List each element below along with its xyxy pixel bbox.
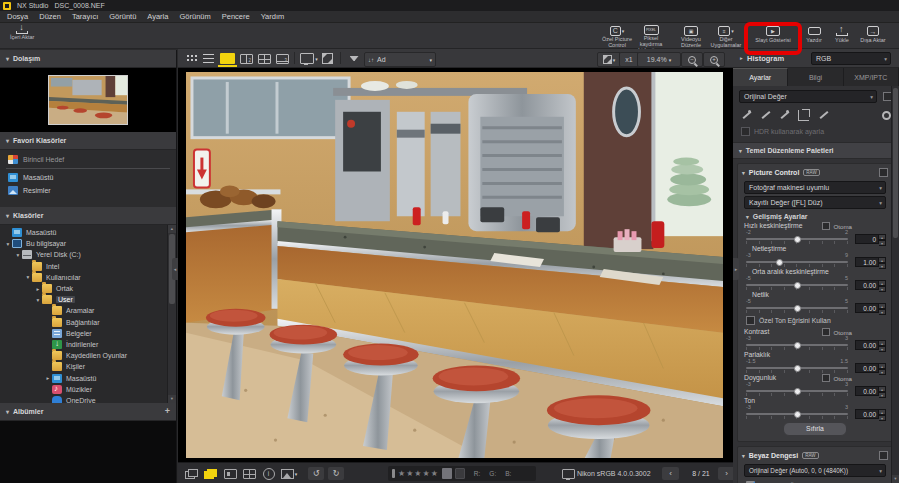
tree-item-searches[interactable]: Aramalar xyxy=(0,305,176,316)
slider-track[interactable] xyxy=(746,365,848,373)
picture-control-checkbox[interactable] xyxy=(879,168,888,177)
favorite-item-desktop[interactable]: Masaüstü xyxy=(0,171,176,184)
tree-item-links[interactable]: Bağlantılar xyxy=(0,317,176,328)
menu-duzen[interactable]: Düzen xyxy=(39,12,61,21)
expander-icon[interactable]: ▾ xyxy=(24,274,32,280)
reset-button[interactable]: Sıfırla xyxy=(783,422,847,436)
hdr-option[interactable]: HDR kullanarak ayarla xyxy=(741,127,891,136)
inspector-collapse-handle[interactable]: ▸ xyxy=(733,258,739,280)
second-display-icon[interactable]: ▾ xyxy=(300,52,318,65)
histogram-expander-icon[interactable]: ▸ xyxy=(739,55,743,61)
zoom-in-button[interactable]: + xyxy=(703,52,725,67)
straighten-icon[interactable] xyxy=(818,110,828,120)
slider-knob[interactable] xyxy=(794,305,801,312)
slider-track[interactable] xyxy=(746,388,848,396)
navigation-thumbnail[interactable] xyxy=(48,75,128,125)
redo-button[interactable]: ↻ xyxy=(328,467,344,480)
albums-section-header[interactable]: ▾Albümler + xyxy=(0,403,176,421)
scroll-down-icon[interactable]: ▾ xyxy=(168,395,176,403)
slider-knob[interactable] xyxy=(794,411,801,418)
zoom-out-button[interactable]: − xyxy=(681,52,703,67)
slider-knob[interactable] xyxy=(776,259,783,266)
tree-item-documents[interactable]: Belgeler xyxy=(0,328,176,339)
hdr-checkbox[interactable] xyxy=(741,127,750,136)
star-rating[interactable]: ★★★★★ xyxy=(398,469,439,479)
menu-gorunum[interactable]: Görünüm xyxy=(179,12,210,21)
favorite-item-pictures[interactable]: Resimler xyxy=(0,184,176,197)
pixel-shift-button[interactable]: PIXEL Piksel kaydırma birleştirme xyxy=(633,24,669,48)
grid-view-icon[interactable] xyxy=(184,52,198,65)
pc-profile-dropdown[interactable]: Fotoğraf makinesi uyumlu xyxy=(744,181,886,194)
favorite-item-primary-target[interactable]: Birincil Hedef xyxy=(0,153,176,166)
secondary-window-icon[interactable] xyxy=(184,467,198,480)
slider-knob[interactable] xyxy=(794,342,801,349)
tree-item-contacts[interactable]: Kişiler xyxy=(0,361,176,372)
slider-knob[interactable] xyxy=(794,236,801,243)
slider-track[interactable] xyxy=(746,236,848,244)
color-control-point-icon[interactable] xyxy=(779,110,789,120)
fit-view-dropdown[interactable]: ▾ xyxy=(597,52,621,67)
slider-track[interactable] xyxy=(746,342,848,350)
menu-goruntu[interactable]: Görüntü xyxy=(109,12,136,21)
preset-dropdown[interactable]: Orijinal Değer xyxy=(739,90,877,103)
other-apps-button[interactable]: ≡▾ Diğer Uygulamalar xyxy=(705,24,747,48)
thumbnail-grid-icon[interactable] xyxy=(242,467,257,480)
tree-item-desktop[interactable]: Masaüstü xyxy=(0,227,176,238)
picture-control-button[interactable]: C▾ Özel Picture Control xyxy=(601,24,633,48)
tree-item-public[interactable]: ▸Ortak xyxy=(0,283,176,294)
crop-icon[interactable] xyxy=(798,110,809,121)
value-spinner[interactable]: 0.00▴▾ xyxy=(855,409,886,421)
redeye-correction-icon[interactable] xyxy=(760,110,770,120)
histogram-overlay-icon[interactable]: ▾ xyxy=(279,467,299,480)
protect-button[interactable] xyxy=(442,468,452,479)
compare-split-icon[interactable]: 3 xyxy=(276,52,289,65)
white-balance-checkbox[interactable] xyxy=(879,451,888,460)
slider-track[interactable] xyxy=(746,305,848,313)
slideshow-button[interactable]: ▶ Slayt Gösterisi xyxy=(749,24,797,48)
compare-images-icon[interactable] xyxy=(203,467,217,480)
slider-track[interactable] xyxy=(746,411,848,419)
menu-pencere[interactable]: Pencere xyxy=(222,12,250,21)
tree-item-music[interactable]: Müzikler xyxy=(0,384,176,395)
tree-item-onedrive[interactable]: OneDrive xyxy=(0,395,176,403)
scroll-up-icon[interactable]: ▴ xyxy=(168,225,176,233)
slider-track[interactable] xyxy=(746,282,848,290)
label-pin-icon[interactable] xyxy=(392,469,395,478)
wb-preset-dropdown[interactable]: Orijinal Değer (Auto0, 0, 0 (4840K)) xyxy=(744,464,886,477)
info-overlay-icon[interactable]: i xyxy=(262,467,275,480)
tone-curve-checkbox[interactable] xyxy=(746,316,755,325)
undo-button[interactable]: ↺ xyxy=(308,467,324,480)
expander-icon[interactable]: ▸ xyxy=(34,286,42,292)
print-button[interactable]: Yazdır xyxy=(800,24,828,48)
slider-knob[interactable] xyxy=(794,365,801,372)
picture-control-header[interactable]: ▾Picture Control RAW xyxy=(742,166,888,179)
white-balance-header[interactable]: ▾Beyaz Dengesi RAW xyxy=(742,449,888,462)
tab-xmp-iptc[interactable]: XMP/IPTC xyxy=(844,68,899,86)
folders-section-header[interactable]: ▾Klasörler xyxy=(0,207,176,225)
tab-bilgi[interactable]: Bilgi xyxy=(788,68,843,86)
fullscreen-icon[interactable] xyxy=(322,52,333,65)
favorites-section-header[interactable]: ▾Favori Klasörler xyxy=(0,132,176,150)
navigation-section-header[interactable]: ▾Dolaşım xyxy=(0,50,176,68)
compare-2-icon[interactable]: 2 xyxy=(240,52,253,65)
value-spinner[interactable]: 0.00▴▾ xyxy=(855,303,886,315)
slider-knob[interactable] xyxy=(794,282,801,289)
upload-button[interactable]: Yükle xyxy=(828,24,856,48)
advanced-settings-header[interactable]: ▾Gelişmiş Ayarlar xyxy=(746,213,888,220)
expander-icon[interactable]: ▾ xyxy=(34,297,42,303)
tree-item-user[interactable]: ▾User xyxy=(0,294,176,305)
channel-dropdown[interactable]: RGB xyxy=(811,52,891,65)
gear-icon[interactable] xyxy=(882,111,891,120)
pc-saved-value-dropdown[interactable]: Kayıtlı Değer ([FL] Düz) xyxy=(744,196,886,209)
tab-ayarlar[interactable]: Ayarlar xyxy=(733,68,788,86)
fit-frame-icon[interactable] xyxy=(223,467,238,480)
menu-tarayici[interactable]: Tarayıcı xyxy=(72,12,98,21)
expander-icon[interactable]: ▾ xyxy=(4,241,12,247)
tree-item-users[interactable]: ▾Kullanıcılar xyxy=(0,272,176,283)
tree-item-desktop-user[interactable]: ▸Masaüstü xyxy=(0,372,176,383)
add-album-button[interactable]: + xyxy=(165,406,170,416)
image-viewer[interactable] xyxy=(178,68,733,462)
edit-marker-button[interactable] xyxy=(455,468,465,479)
filter-icon[interactable] xyxy=(348,52,360,65)
tree-item-intel[interactable]: Intel xyxy=(0,261,176,272)
